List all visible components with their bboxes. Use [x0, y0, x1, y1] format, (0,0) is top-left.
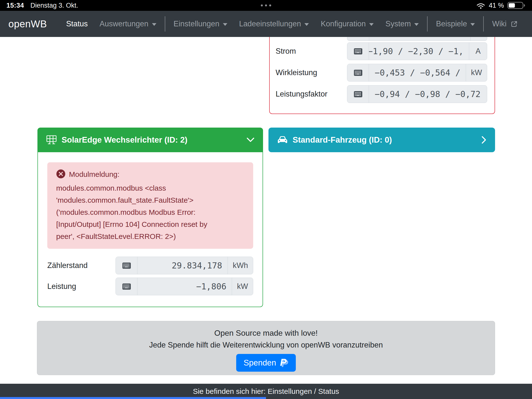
- donation-panel: Open Source made with love! Jede Spende …: [37, 321, 495, 375]
- breadcrumb-text: Sie befinden sich hier: Einstellungen / …: [193, 387, 339, 396]
- row-label: Zählerstand: [47, 261, 116, 270]
- nav-item-label: System: [385, 19, 411, 28]
- inverter-row-leistung: Leistung −1,806 kW: [47, 278, 253, 295]
- donation-line2: Jede Spende hilft die Weiterentwicklung …: [149, 341, 383, 349]
- unit-addon: kW: [466, 64, 487, 81]
- nav-divider: [483, 16, 484, 32]
- input-group: −1,90 / −2,30 / −1, A: [347, 42, 487, 60]
- keyboard-icon: [122, 283, 131, 290]
- bottom-accent-strip: [0, 397, 266, 399]
- inverter-card-header[interactable]: SolarEdge Wechselrichter (ID: 2): [37, 128, 263, 152]
- input-group: −1,806 kW: [116, 278, 253, 295]
- keyboard-icon: [354, 91, 362, 97]
- nav-item-system[interactable]: System: [380, 19, 425, 28]
- main-navbar: openWB Status Auswertungen Einstellungen…: [0, 11, 532, 37]
- inverter-row-zaehlerstand: Zählerstand 29.834,178 kWh: [47, 257, 253, 274]
- value-field[interactable]: −1,90 / −2,30 / −1,: [369, 43, 469, 60]
- chevron-down-icon: [414, 23, 419, 26]
- unit-addon: kWh: [228, 257, 253, 274]
- keyboard-addon-button: [347, 37, 369, 41]
- keyboard-addon-button[interactable]: [116, 257, 137, 274]
- car-icon: [277, 135, 288, 144]
- ios-status-bar: 15:34 Dienstag 3. Okt. 41 %: [0, 0, 532, 11]
- page: 15:34 Dienstag 3. Okt. 41 % ope: [0, 0, 532, 399]
- inverter-card: SolarEdge Wechselrichter (ID: 2) Modulme…: [37, 128, 263, 307]
- chevron-down-icon: [152, 23, 156, 26]
- keyboard-icon: [354, 70, 362, 76]
- paypal-icon: PP: [280, 357, 288, 368]
- input-group: 29.834,178 kWh: [116, 257, 253, 274]
- value-field[interactable]: −0,453 / −0,564 /: [369, 64, 466, 81]
- battery-percent-label: 41 %: [489, 2, 504, 9]
- nav-item-label: Konfiguration: [321, 19, 366, 28]
- nav-item-konfiguration[interactable]: Konfiguration: [315, 19, 380, 28]
- donate-button-label: Spenden: [244, 358, 276, 367]
- value-field: [369, 37, 470, 41]
- value-field[interactable]: 29.834,178: [137, 257, 228, 274]
- input-group: −0,453 / −0,564 / kW: [347, 64, 487, 82]
- row-label: Wirkleistung: [276, 68, 347, 77]
- nav-item-label: Einstellungen: [174, 19, 219, 28]
- unit-addon: kW: [232, 278, 253, 295]
- chevron-down-icon: [223, 23, 227, 26]
- solar-panel-icon: [46, 135, 57, 145]
- row-label: Leistungsfaktor: [276, 90, 347, 99]
- card-title: SolarEdge Wechselrichter (ID: 2): [62, 135, 187, 145]
- error-icon: [56, 169, 66, 182]
- chevron-down-icon: [304, 23, 309, 26]
- module-error-alert: Modulmeldung: modules.common.modbus <cla…: [47, 162, 253, 249]
- chevron-down-icon: [369, 23, 374, 26]
- input-group: −0,94 / −0,98 / −0,72: [347, 85, 487, 103]
- nav-item-wiki[interactable]: Wiki: [486, 19, 524, 28]
- keyboard-icon: [354, 48, 362, 54]
- brand-logo[interactable]: openWB: [8, 18, 47, 30]
- evu-meter-card: Strom −1,90 / −2,30 / −1, A W: [269, 37, 495, 114]
- keyboard-addon-button[interactable]: [347, 64, 369, 81]
- nav-item-label: Ladeeinstellungen: [239, 19, 301, 28]
- card-title: Standard-Fahrzeug (ID: 0): [293, 135, 392, 145]
- meter-row-wirkleistung: Wirkleistung −0,453 / −0,564 / kW: [276, 64, 487, 82]
- multitask-dots-icon: [261, 4, 271, 6]
- nav-item-auswertungen[interactable]: Auswertungen: [94, 19, 162, 28]
- truncated-input-group: [347, 37, 487, 41]
- vehicle-card: Standard-Fahrzeug (ID: 0): [268, 128, 495, 152]
- donation-line1: Open Source made with love!: [214, 329, 318, 338]
- keyboard-icon: [122, 263, 131, 269]
- keyboard-addon-button[interactable]: [347, 85, 369, 103]
- nav-item-label: Wiki: [492, 19, 507, 28]
- vehicle-card-header[interactable]: Standard-Fahrzeug (ID: 0): [268, 128, 495, 152]
- chevron-right-icon: [481, 136, 487, 144]
- meter-row-leistungsfaktor: Leistungsfaktor −0,94 / −0,98 / −0,72: [276, 85, 487, 103]
- chevron-down-icon: [470, 23, 475, 26]
- chevron-down-icon: [246, 137, 255, 143]
- wifi-icon: [476, 2, 485, 9]
- value-field[interactable]: −0,94 / −0,98 / −0,72: [369, 85, 487, 103]
- nav-divider: [165, 16, 165, 32]
- unit-addon: [470, 37, 487, 41]
- donate-button[interactable]: Spenden PP: [236, 354, 296, 372]
- external-link-icon: [511, 20, 518, 28]
- row-label: Strom: [276, 47, 347, 56]
- nav-item-label: Auswertungen: [100, 19, 148, 28]
- unit-addon: A: [469, 43, 487, 60]
- keyboard-addon-button[interactable]: [347, 43, 369, 60]
- clock-label: 15:34: [6, 2, 24, 9]
- nav-item-beispiele[interactable]: Beispiele: [430, 19, 481, 28]
- breadcrumb-bar: Sie befinden sich hier: Einstellungen / …: [0, 384, 532, 399]
- nav-item-label: Status: [66, 19, 88, 28]
- nav-item-label: Beispiele: [436, 19, 467, 28]
- value-field[interactable]: −1,806: [137, 278, 232, 295]
- nav-item-status[interactable]: Status: [60, 19, 94, 28]
- alert-text: Modulmeldung: modules.common.modbus <cla…: [56, 170, 207, 240]
- date-label: Dienstag 3. Okt.: [31, 2, 78, 9]
- battery-icon: [507, 1, 526, 10]
- truncated-row: [276, 37, 487, 41]
- meter-row-strom: Strom −1,90 / −2,30 / −1, A: [276, 42, 487, 60]
- row-label: Leistung: [47, 282, 116, 291]
- nav-item-einstellungen[interactable]: Einstellungen: [168, 19, 233, 28]
- nav-divider: [427, 16, 428, 32]
- nav-item-ladeeinstellungen[interactable]: Ladeeinstellungen: [233, 19, 315, 28]
- keyboard-addon-button[interactable]: [116, 278, 137, 295]
- inverter-card-body: Modulmeldung: modules.common.modbus <cla…: [37, 152, 263, 307]
